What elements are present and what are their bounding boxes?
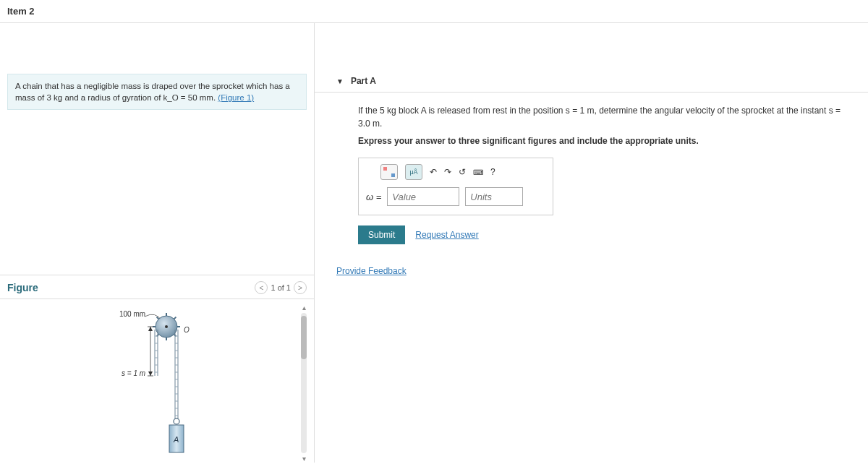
redo-button[interactable]: ↷ bbox=[444, 167, 451, 177]
question-text: If the 5 kg block A is released from res… bbox=[315, 93, 868, 152]
scroll-thumb[interactable] bbox=[301, 316, 307, 359]
part-label: Part A bbox=[351, 76, 376, 86]
left-pane: A chain that has a negligible mass is dr… bbox=[0, 23, 315, 463]
question-line1: If the 5 kg block A is released from res… bbox=[358, 104, 846, 130]
svg-line-8 bbox=[157, 317, 159, 319]
right-pane: ▼ Part A If the 5 kg block A is released… bbox=[315, 23, 868, 463]
collapse-icon: ▼ bbox=[336, 77, 344, 85]
answer-block: μÅ ↶ ↷ ↺ ⌨ ? ω = bbox=[358, 158, 553, 215]
question-line2: Express your answer to three significant… bbox=[358, 134, 846, 147]
scroll-track[interactable] bbox=[301, 313, 307, 453]
keyboard-button[interactable]: ⌨ bbox=[473, 168, 483, 176]
center-label: O bbox=[184, 326, 190, 334]
value-input[interactable] bbox=[387, 187, 459, 206]
block-label: A bbox=[173, 435, 179, 444]
templates-button[interactable] bbox=[380, 164, 398, 180]
reset-button[interactable]: ↺ bbox=[459, 167, 466, 177]
feedback-row: Provide Feedback bbox=[336, 266, 868, 276]
variable-label: ω = bbox=[366, 192, 381, 202]
item-title: Item 2 bbox=[7, 6, 35, 17]
figure-title: Figure bbox=[7, 282, 38, 293]
figure-next-button[interactable]: > bbox=[294, 281, 307, 294]
figure-header: Figure < 1 of 1 > bbox=[0, 281, 314, 299]
figure-nav-label: 1 of 1 bbox=[271, 283, 291, 292]
svg-marker-35 bbox=[148, 327, 153, 331]
provide-feedback-link[interactable]: Provide Feedback bbox=[336, 266, 407, 276]
scroll-up-icon[interactable]: ▴ bbox=[302, 304, 306, 312]
request-answer-link[interactable]: Request Answer bbox=[415, 230, 478, 240]
answer-toolbar: μÅ ↶ ↷ ↺ ⌨ ? bbox=[366, 164, 545, 180]
figure-section: Figure < 1 of 1 > bbox=[0, 275, 314, 463]
problem-statement: A chain that has a negligible mass is dr… bbox=[7, 74, 307, 110]
part-header[interactable]: ▼ Part A bbox=[315, 70, 868, 93]
scroll-down-icon[interactable]: ▾ bbox=[302, 455, 306, 463]
svg-line-2 bbox=[174, 317, 176, 319]
figure-link[interactable]: (Figure 1) bbox=[218, 93, 254, 102]
units-tool-button[interactable]: μÅ bbox=[405, 164, 422, 180]
figure-nav: < 1 of 1 > bbox=[255, 281, 307, 294]
units-input[interactable] bbox=[465, 187, 523, 206]
submit-button[interactable]: Submit bbox=[358, 225, 405, 244]
svg-marker-36 bbox=[148, 371, 153, 376]
figure-svg: 100 mm bbox=[116, 304, 217, 455]
svg-point-37 bbox=[174, 418, 179, 424]
s-label: s = 1 m bbox=[122, 369, 145, 377]
figure-body: 100 mm bbox=[0, 304, 314, 463]
radius-label: 100 mm bbox=[119, 310, 145, 318]
help-button[interactable]: ? bbox=[490, 167, 495, 177]
answer-row: ω = bbox=[366, 187, 545, 206]
undo-button[interactable]: ↶ bbox=[430, 167, 437, 177]
submit-row: Submit Request Answer bbox=[358, 225, 868, 244]
page-header: Item 2 bbox=[0, 0, 868, 23]
figure-prev-button[interactable]: < bbox=[255, 281, 268, 294]
figure-scrollbar[interactable]: ▴ ▾ bbox=[301, 304, 307, 463]
main-layout: A chain that has a negligible mass is dr… bbox=[0, 23, 868, 463]
svg-point-9 bbox=[165, 325, 168, 328]
